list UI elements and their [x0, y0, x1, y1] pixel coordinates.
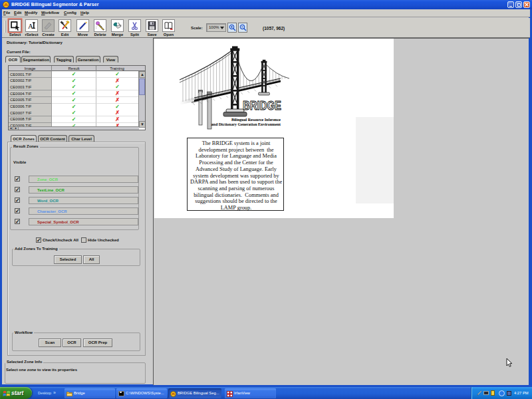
svg-text:BRIDGE: BRIDGE	[243, 98, 281, 112]
svg-text:and Dictionary Generation Envi: and Dictionary Generation Environment	[211, 122, 281, 126]
svg-text:Bilingual Resource Inference: Bilingual Resource Inference	[231, 118, 281, 122]
svg-text:A: A	[28, 22, 33, 30]
